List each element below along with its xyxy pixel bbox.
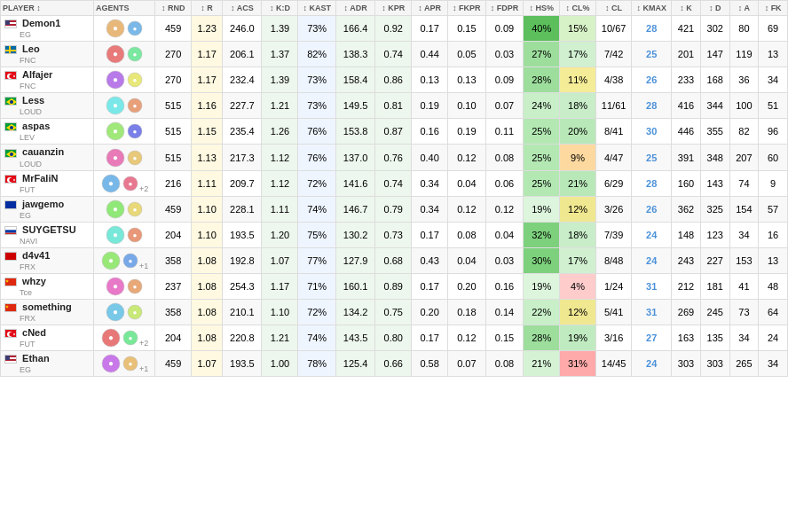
cl-cell: 20% [560, 119, 596, 145]
rnd-cell: 358 [155, 247, 192, 273]
column-header-2[interactable]: ↕ RND [155, 1, 192, 16]
fkpr-cell: 0.12 [448, 196, 486, 222]
k-cell: 391 [672, 145, 701, 170]
player-name[interactable]: aspas [22, 121, 50, 131]
fk-cell: 96 [759, 119, 788, 145]
hs-cell: 19% [524, 196, 560, 222]
fdpr-cell: 0.11 [485, 119, 524, 145]
player-cell: something FRX [1, 300, 94, 325]
kmax-cell: 27 [632, 325, 672, 351]
acs-cell: 193.5 [223, 351, 262, 377]
rnd-cell: 515 [155, 145, 192, 170]
svg-rect-96 [5, 356, 10, 360]
kpr-cell: 0.92 [375, 16, 412, 42]
svg-text:●: ● [133, 102, 138, 110]
r-cell: 1.11 [192, 170, 223, 196]
player-name[interactable]: Ethan [22, 353, 50, 364]
column-header-15[interactable]: ↕ KMAX [632, 1, 672, 16]
kast-cell: 74% [298, 325, 336, 351]
fkpr-cell: 0.13 [448, 67, 486, 93]
d-cell: 181 [700, 273, 729, 299]
column-header-1[interactable]: AGENTS [94, 1, 155, 16]
player-cell: Less LOUD [1, 93, 94, 119]
apr-cell: 0.17 [412, 16, 448, 42]
acs-cell: 217.3 [223, 145, 262, 170]
acs-cell: 206.1 [223, 42, 262, 67]
kast-cell: 71% [298, 273, 336, 299]
kpr-cell: 0.81 [375, 93, 412, 119]
player-name[interactable]: something [22, 301, 72, 312]
column-header-8[interactable]: ↕ KPR [375, 1, 412, 16]
fk-cell: 60 [759, 145, 788, 170]
column-header-7[interactable]: ↕ ADR [335, 1, 374, 16]
a-cell: 154 [729, 196, 759, 222]
r-cell: 1.07 [192, 351, 223, 377]
kpr-cell: 0.73 [375, 222, 412, 247]
column-header-18[interactable]: ↕ A [729, 1, 759, 16]
player-name[interactable]: cNed [22, 327, 46, 338]
apr-cell: 0.16 [412, 119, 448, 145]
hs-cell: 22% [524, 300, 560, 325]
agents-cell: ●●+1 [94, 247, 155, 273]
kd-cell: 1.39 [262, 67, 298, 93]
player-name[interactable]: Less [22, 95, 44, 106]
column-header-16[interactable]: ↕ K [672, 1, 701, 16]
kmax-cell: 28 [632, 16, 672, 42]
kmax-cell: 24 [632, 222, 672, 247]
clr-cell: 7/39 [595, 222, 631, 247]
svg-rect-68 [5, 253, 17, 261]
svg-text:●: ● [133, 206, 138, 214]
column-header-3[interactable]: ↕ R [192, 1, 223, 16]
kmax-cell: 31 [632, 273, 672, 299]
column-header-14[interactable]: ↕ CL [595, 1, 631, 16]
cl-cell: 15% [560, 16, 596, 42]
clr-cell: 7/42 [595, 42, 631, 67]
kmax-cell: 28 [632, 170, 672, 196]
column-header-11[interactable]: ↕ FDPR [485, 1, 524, 16]
acs-cell: 235.4 [223, 119, 262, 145]
svg-text:●: ● [113, 281, 118, 291]
player-name[interactable]: jawgemo [22, 199, 64, 209]
player-name[interactable]: d4v41 [22, 250, 50, 261]
player-name[interactable]: cauanzin [22, 146, 64, 157]
column-header-5[interactable]: ↕ K:D [262, 1, 298, 16]
column-header-4[interactable]: ↕ ACS [223, 1, 262, 16]
column-header-0[interactable]: PLAYER ↕ [1, 1, 94, 16]
svg-text:●: ● [113, 204, 118, 214]
k-cell: 446 [672, 119, 701, 145]
kpr-cell: 0.68 [375, 247, 412, 273]
apr-cell: 0.17 [412, 222, 448, 247]
player-cell: d4v41 FRX [1, 247, 94, 273]
fkpr-cell: 0.18 [448, 300, 486, 325]
column-header-19[interactable]: ↕ FK [759, 1, 788, 16]
table-row: cNed FUT ●●+22041.08220.81.2174%143.50.8… [1, 325, 788, 351]
column-header-13[interactable]: ↕ CL% [560, 1, 596, 16]
kmax-cell: 30 [632, 119, 672, 145]
rnd-cell: 515 [155, 93, 192, 119]
column-header-10[interactable]: ↕ FKPR [448, 1, 486, 16]
adr-cell: 149.5 [335, 93, 374, 119]
player-cell: Demon1 EG [1, 16, 94, 42]
hs-cell: 27% [524, 42, 560, 67]
column-header-6[interactable]: ↕ KAST [298, 1, 336, 16]
player-name[interactable]: Demon1 [22, 18, 60, 28]
clr-cell: 14/45 [595, 351, 631, 377]
rnd-cell: 270 [155, 67, 192, 93]
player-name[interactable]: Alfajer [22, 69, 52, 80]
column-header-17[interactable]: ↕ D [700, 1, 729, 16]
kd-cell: 1.17 [262, 273, 298, 299]
table-row: SUYGETSU NAVI ●●2041.10193.51.2075%130.2… [1, 222, 788, 247]
fkpr-cell: 0.12 [448, 145, 486, 170]
kmax-cell: 25 [632, 145, 672, 170]
d-cell: 325 [700, 196, 729, 222]
hs-cell: 24% [524, 93, 560, 119]
column-header-12[interactable]: ↕ HS% [524, 1, 560, 16]
player-name[interactable]: Leo [22, 43, 40, 54]
player-name[interactable]: MrFaliN [22, 173, 58, 184]
player-name[interactable]: SUYGETSU [22, 224, 76, 235]
column-header-9[interactable]: ↕ APR [412, 1, 448, 16]
kd-cell: 1.07 [262, 247, 298, 273]
apr-cell: 0.34 [412, 170, 448, 196]
player-name[interactable]: whzy [22, 276, 46, 286]
fkpr-cell: 0.04 [448, 247, 486, 273]
